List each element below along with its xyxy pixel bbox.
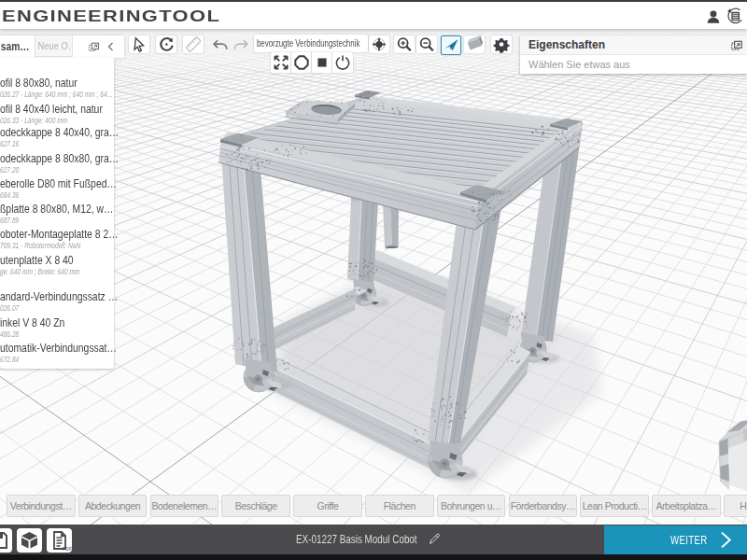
svg-text:PDF: PDF	[63, 546, 72, 552]
